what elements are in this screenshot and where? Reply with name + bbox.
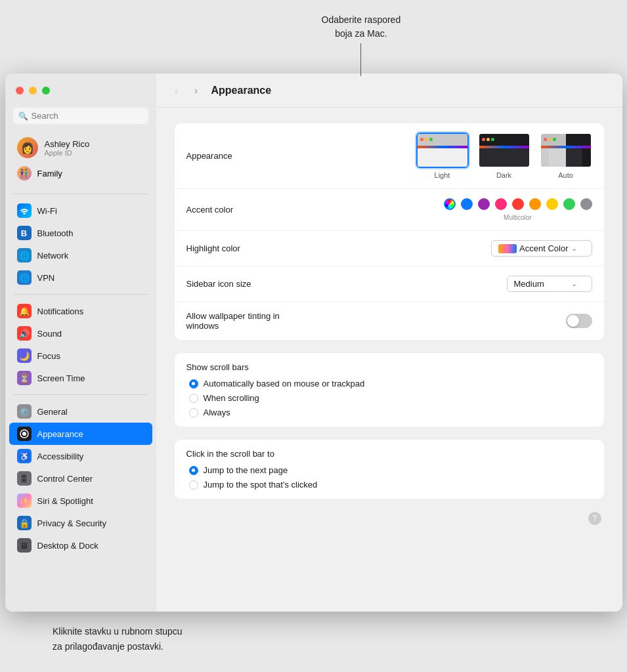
- sidebar-divider-3: [13, 394, 148, 395]
- color-pink[interactable]: [495, 198, 507, 210]
- bottom-help: ?: [175, 512, 604, 525]
- appearance-thumb-light-label: Light: [435, 171, 450, 179]
- sidebar-item-general[interactable]: ⚙️ General: [9, 400, 152, 423]
- color-yellow[interactable]: [546, 198, 558, 210]
- appearance-option-auto[interactable]: Auto: [540, 133, 592, 179]
- color-purple[interactable]: [478, 198, 490, 210]
- scrollbar-auto-option[interactable]: Automatically based on mouse or trackpad: [189, 379, 592, 388]
- appearance-option-dark[interactable]: Dark: [478, 133, 530, 179]
- sidebar-icon-size-dropdown[interactable]: Medium: [507, 276, 592, 292]
- scrollbar-scrolling-option[interactable]: When scrolling: [189, 393, 592, 403]
- highlight-color-row: Highlight color Accent Color: [175, 231, 604, 266]
- highlight-color-value: Accent Color: [519, 243, 568, 253]
- highlight-color-dropdown[interactable]: Accent Color: [491, 240, 592, 257]
- accent-color-control: Multicolor: [311, 198, 592, 221]
- minimize-button[interactable]: [29, 87, 37, 94]
- color-graphite[interactable]: [580, 198, 592, 210]
- click-clickedspot-radio: [189, 480, 198, 490]
- screentime-icon: ⏳: [17, 371, 32, 385]
- user-profile-item[interactable]: 👩 Ashley Rico Apple ID: [9, 133, 152, 162]
- sidebar-item-bluetooth[interactable]: B Bluetooth: [9, 222, 152, 244]
- color-orange[interactable]: [529, 198, 541, 210]
- highlight-color-control: Accent Color: [311, 240, 592, 257]
- close-button[interactable]: [16, 87, 24, 94]
- sidebar: 🔍 👩 Ashley Rico Apple ID 👫 Family: [5, 74, 156, 612]
- accessibility-icon: ♿: [17, 449, 32, 463]
- help-button[interactable]: ?: [588, 512, 601, 525]
- sound-icon: 🔊: [17, 326, 32, 341]
- network-icon: 🌐: [17, 248, 32, 262]
- click-clickedspot-option[interactable]: Jump to the spot that's clicked: [189, 480, 592, 490]
- bluetooth-icon: B: [17, 226, 32, 240]
- scrollbar-always-label: Always: [204, 408, 230, 417]
- sidebar-misc-section: 🔔 Notifications 🔊 Sound 🌙 Focus ⏳ Screen…: [5, 299, 156, 390]
- highlight-swatch: [498, 244, 517, 253]
- color-multicolor[interactable]: [444, 198, 456, 210]
- wallpaper-tinting-toggle[interactable]: [566, 314, 592, 328]
- appearance-option-light[interactable]: Light: [416, 133, 469, 179]
- sidebar-item-focus[interactable]: 🌙 Focus: [9, 345, 152, 367]
- color-green[interactable]: [563, 198, 575, 210]
- siri-icon: ✨: [17, 494, 32, 508]
- main-content: ‹ › Appearance Appearance: [156, 74, 622, 612]
- highlight-color-label: Highlight color: [186, 243, 311, 253]
- sidebar-item-family[interactable]: 👫 Family: [9, 162, 152, 184]
- sidebar-item-desktop[interactable]: 🖥 Desktop & Dock: [9, 534, 152, 556]
- sidebar-item-privacy[interactable]: 🔒 Privacy & Security: [9, 512, 152, 534]
- search-bar[interactable]: 🔍: [13, 108, 148, 124]
- scrollbar-scrolling-label: When scrolling: [204, 393, 259, 403]
- sidebar-item-appearance[interactable]: Appearance: [9, 423, 152, 445]
- notifications-icon: 🔔: [17, 304, 32, 318]
- maximize-button[interactable]: [42, 87, 50, 94]
- sidebar-item-wifi[interactable]: Wi-Fi: [9, 200, 152, 222]
- sidebar-item-network-label: Network: [37, 251, 69, 261]
- sidebar-item-vpn[interactable]: 🌐 VPN: [9, 266, 152, 289]
- user-name: Ashley Rico: [45, 139, 90, 149]
- sidebar-item-privacy-label: Privacy & Security: [37, 518, 106, 528]
- appearance-section: Appearance: [175, 123, 604, 340]
- search-icon: 🔍: [18, 112, 28, 121]
- privacy-icon: 🔒: [17, 516, 32, 530]
- sidebar-item-accessibility-label: Accessibility: [37, 452, 84, 461]
- sidebar-item-notifications[interactable]: 🔔 Notifications: [9, 300, 152, 322]
- search-input[interactable]: [32, 111, 143, 121]
- click-nextpage-option[interactable]: Jump to the next page: [189, 465, 592, 475]
- wallpaper-tinting-label: Allow wallpaper tinting in windows: [186, 311, 311, 331]
- click-nextpage-label: Jump to the next page: [204, 465, 288, 475]
- scrollbars-title: Show scroll bars: [186, 362, 592, 372]
- app-window: 🔍 👩 Ashley Rico Apple ID 👫 Family: [5, 74, 622, 612]
- controlcenter-icon: 🎛: [17, 471, 32, 486]
- scrollbar-always-option[interactable]: Always: [189, 408, 592, 417]
- scrollbar-auto-radio: [189, 379, 198, 388]
- scrollbars-radio-group: Automatically based on mouse or trackpad…: [186, 379, 592, 417]
- wallpaper-tinting-row: Allow wallpaper tinting in windows: [175, 302, 604, 340]
- sidebar-icon-size-label: Sidebar icon size: [186, 279, 311, 289]
- color-red[interactable]: [512, 198, 524, 210]
- back-button[interactable]: ‹: [169, 83, 184, 98]
- annotation-top: Odaberite raspored boja za Mac.: [322, 13, 401, 76]
- sidebar-prefs-section: ⚙️ General Appearance ♿ Accessibility 🎛 …: [5, 399, 156, 558]
- sidebar-item-siri[interactable]: ✨ Siri & Spotlight: [9, 490, 152, 512]
- user-section: 👩 Ashley Rico Apple ID 👫 Family: [5, 131, 156, 190]
- sidebar-item-screentime[interactable]: ⏳ Screen Time: [9, 367, 152, 389]
- sidebar-icon-size-row: Sidebar icon size Medium: [175, 266, 604, 302]
- click-scroll-radio-group: Jump to the next page Jump to the spot t…: [186, 465, 592, 490]
- scrollbar-always-radio: [189, 408, 198, 417]
- sidebar-item-sound-label: Sound: [37, 329, 62, 339]
- appearance-control: Light: [311, 133, 592, 179]
- scrollbar-scrolling-radio: [189, 394, 198, 403]
- sidebar-item-accessibility[interactable]: ♿ Accessibility: [9, 445, 152, 467]
- scrollbars-section: Show scroll bars Automatically based on …: [175, 353, 604, 427]
- sidebar-item-sound[interactable]: 🔊 Sound: [9, 322, 152, 345]
- sidebar-item-controlcenter[interactable]: 🎛 Control Center: [9, 467, 152, 490]
- appearance-thumb-dark-label: Dark: [496, 171, 511, 179]
- forward-button[interactable]: ›: [189, 83, 204, 98]
- family-avatar: 👫: [17, 166, 32, 180]
- sidebar-item-network[interactable]: 🌐 Network: [9, 244, 152, 266]
- wallpaper-tinting-control: [311, 314, 592, 328]
- sidebar-item-notifications-label: Notifications: [37, 306, 84, 316]
- color-blue[interactable]: [461, 198, 473, 210]
- sidebar-item-vpn-label: VPN: [37, 273, 55, 283]
- appearance-thumb-auto: [540, 133, 592, 168]
- appearance-thumb-auto-label: Auto: [558, 171, 573, 179]
